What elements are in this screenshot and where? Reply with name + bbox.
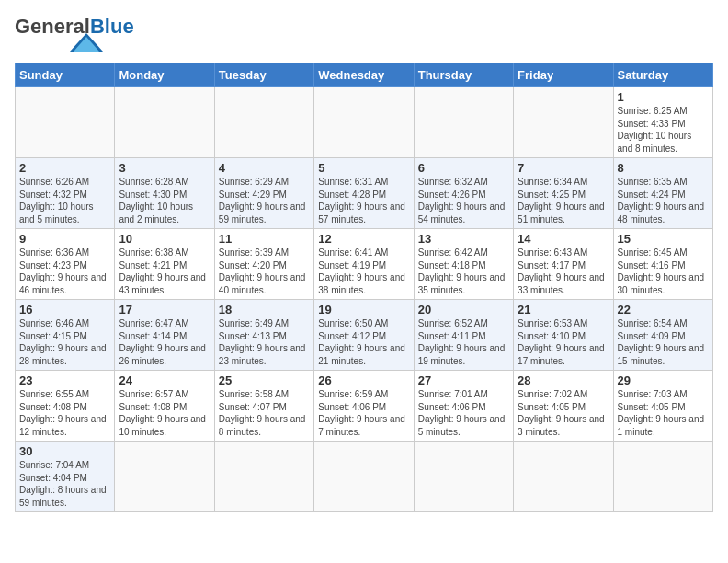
day-number: 3	[119, 161, 210, 175]
day-number: 7	[518, 161, 609, 175]
calendar-cell: 17Sunrise: 6:47 AM Sunset: 4:14 PM Dayli…	[115, 300, 214, 371]
day-info: Sunrise: 6:39 AM Sunset: 4:20 PM Dayligh…	[219, 247, 310, 296]
day-number: 14	[518, 232, 609, 246]
day-info: Sunrise: 6:32 AM Sunset: 4:26 PM Dayligh…	[418, 176, 509, 225]
calendar-cell: 1Sunrise: 6:25 AM Sunset: 4:33 PM Daylig…	[613, 87, 712, 158]
day-info: Sunrise: 6:42 AM Sunset: 4:18 PM Dayligh…	[418, 247, 509, 296]
day-info: Sunrise: 6:41 AM Sunset: 4:19 PM Dayligh…	[318, 247, 409, 296]
day-info: Sunrise: 6:50 AM Sunset: 4:12 PM Dayligh…	[318, 317, 409, 367]
calendar-cell: 19Sunrise: 6:50 AM Sunset: 4:12 PM Dayli…	[314, 300, 414, 371]
calendar-week-3: 16Sunrise: 6:46 AM Sunset: 4:15 PM Dayli…	[16, 300, 713, 371]
calendar-cell: 22Sunrise: 6:54 AM Sunset: 4:09 PM Dayli…	[613, 300, 712, 371]
calendar-cell: 10Sunrise: 6:38 AM Sunset: 4:21 PM Dayli…	[115, 229, 214, 300]
calendar-week-2: 9Sunrise: 6:36 AM Sunset: 4:23 PM Daylig…	[16, 229, 713, 300]
calendar-cell	[414, 442, 513, 512]
calendar-cell: 11Sunrise: 6:39 AM Sunset: 4:20 PM Dayli…	[214, 229, 313, 300]
day-number: 11	[219, 232, 310, 246]
day-info: Sunrise: 6:35 AM Sunset: 4:24 PM Dayligh…	[618, 176, 709, 225]
calendar-cell: 16Sunrise: 6:46 AM Sunset: 4:15 PM Dayli…	[16, 300, 115, 371]
calendar-cell: 12Sunrise: 6:41 AM Sunset: 4:19 PM Dayli…	[314, 229, 414, 300]
col-header-wednesday: Wednesday	[314, 63, 414, 87]
calendar-cell: 30Sunrise: 7:04 AM Sunset: 4:04 PM Dayli…	[16, 442, 115, 512]
calendar-cell: 20Sunrise: 6:52 AM Sunset: 4:11 PM Dayli…	[414, 300, 513, 371]
calendar-cell: 4Sunrise: 6:29 AM Sunset: 4:29 PM Daylig…	[214, 158, 313, 229]
day-number: 4	[219, 161, 310, 175]
day-info: Sunrise: 6:38 AM Sunset: 4:21 PM Dayligh…	[119, 247, 210, 296]
day-number: 26	[318, 373, 409, 387]
day-info: Sunrise: 6:25 AM Sunset: 4:33 PM Dayligh…	[618, 105, 709, 155]
day-info: Sunrise: 6:45 AM Sunset: 4:16 PM Dayligh…	[618, 247, 709, 296]
day-number: 6	[418, 161, 509, 175]
day-info: Sunrise: 6:59 AM Sunset: 4:06 PM Dayligh…	[318, 388, 409, 438]
day-number: 30	[19, 444, 110, 458]
calendar-cell	[314, 87, 414, 158]
day-info: Sunrise: 7:01 AM Sunset: 4:06 PM Dayligh…	[418, 388, 509, 438]
page: General Blue SundayMondayTuesdayWednesda…	[0, 0, 728, 527]
calendar-cell: 6Sunrise: 6:32 AM Sunset: 4:26 PM Daylig…	[414, 158, 513, 229]
calendar-cell	[613, 442, 712, 512]
day-number: 13	[418, 232, 509, 246]
calendar-cell: 28Sunrise: 7:02 AM Sunset: 4:05 PM Dayli…	[514, 371, 613, 442]
day-number: 21	[518, 303, 609, 316]
day-info: Sunrise: 6:58 AM Sunset: 4:07 PM Dayligh…	[219, 388, 310, 438]
day-info: Sunrise: 7:04 AM Sunset: 4:04 PM Dayligh…	[19, 459, 110, 509]
day-number: 27	[418, 373, 509, 387]
calendar-cell: 29Sunrise: 7:03 AM Sunset: 4:05 PM Dayli…	[613, 371, 712, 442]
calendar-week-5: 30Sunrise: 7:04 AM Sunset: 4:04 PM Dayli…	[16, 442, 713, 512]
day-number: 16	[19, 303, 110, 316]
calendar-cell	[514, 87, 613, 158]
col-header-thursday: Thursday	[414, 63, 513, 87]
calendar-cell: 2Sunrise: 6:26 AM Sunset: 4:32 PM Daylig…	[16, 158, 115, 229]
day-number: 19	[318, 303, 409, 316]
day-number: 8	[618, 161, 709, 175]
day-info: Sunrise: 6:46 AM Sunset: 4:15 PM Dayligh…	[19, 317, 110, 367]
calendar-cell: 14Sunrise: 6:43 AM Sunset: 4:17 PM Dayli…	[514, 229, 613, 300]
calendar-cell: 23Sunrise: 6:55 AM Sunset: 4:08 PM Dayli…	[16, 371, 115, 442]
day-info: Sunrise: 6:52 AM Sunset: 4:11 PM Dayligh…	[418, 317, 509, 367]
calendar-cell: 18Sunrise: 6:49 AM Sunset: 4:13 PM Dayli…	[214, 300, 313, 371]
day-info: Sunrise: 7:03 AM Sunset: 4:05 PM Dayligh…	[618, 388, 709, 438]
logo-icon	[70, 33, 103, 55]
day-info: Sunrise: 6:43 AM Sunset: 4:17 PM Dayligh…	[518, 247, 609, 296]
day-number: 18	[219, 303, 310, 316]
col-header-sunday: Sunday	[16, 63, 115, 87]
day-number: 28	[518, 373, 609, 387]
calendar-cell: 27Sunrise: 7:01 AM Sunset: 4:06 PM Dayli…	[414, 371, 513, 442]
calendar-cell	[115, 87, 214, 158]
day-number: 15	[618, 232, 709, 246]
day-info: Sunrise: 6:53 AM Sunset: 4:10 PM Dayligh…	[518, 317, 609, 367]
day-number: 17	[119, 303, 210, 316]
header: General Blue	[15, 15, 713, 55]
calendar-cell	[314, 442, 414, 512]
calendar-week-0: 1Sunrise: 6:25 AM Sunset: 4:33 PM Daylig…	[16, 87, 713, 158]
day-info: Sunrise: 7:02 AM Sunset: 4:05 PM Dayligh…	[518, 388, 609, 438]
calendar: SundayMondayTuesdayWednesdayThursdayFrid…	[15, 63, 713, 512]
calendar-cell	[115, 442, 214, 512]
calendar-cell: 3Sunrise: 6:28 AM Sunset: 4:30 PM Daylig…	[115, 158, 214, 229]
calendar-cell: 15Sunrise: 6:45 AM Sunset: 4:16 PM Dayli…	[613, 229, 712, 300]
day-number: 2	[19, 161, 110, 175]
day-info: Sunrise: 6:47 AM Sunset: 4:14 PM Dayligh…	[119, 317, 210, 367]
calendar-cell	[16, 87, 115, 158]
calendar-cell: 13Sunrise: 6:42 AM Sunset: 4:18 PM Dayli…	[414, 229, 513, 300]
calendar-cell	[214, 87, 313, 158]
col-header-saturday: Saturday	[613, 63, 712, 87]
day-info: Sunrise: 6:57 AM Sunset: 4:08 PM Dayligh…	[119, 388, 210, 438]
day-number: 9	[19, 232, 110, 246]
calendar-week-4: 23Sunrise: 6:55 AM Sunset: 4:08 PM Dayli…	[16, 371, 713, 442]
calendar-cell: 7Sunrise: 6:34 AM Sunset: 4:25 PM Daylig…	[514, 158, 613, 229]
day-number: 24	[119, 373, 210, 387]
day-number: 29	[618, 373, 709, 387]
col-header-tuesday: Tuesday	[214, 63, 313, 87]
calendar-cell: 8Sunrise: 6:35 AM Sunset: 4:24 PM Daylig…	[613, 158, 712, 229]
calendar-cell: 9Sunrise: 6:36 AM Sunset: 4:23 PM Daylig…	[16, 229, 115, 300]
day-info: Sunrise: 6:36 AM Sunset: 4:23 PM Dayligh…	[19, 247, 110, 296]
calendar-header-row: SundayMondayTuesdayWednesdayThursdayFrid…	[16, 63, 713, 87]
calendar-cell: 24Sunrise: 6:57 AM Sunset: 4:08 PM Dayli…	[115, 371, 214, 442]
calendar-cell	[214, 442, 313, 512]
day-number: 10	[119, 232, 210, 246]
day-info: Sunrise: 6:28 AM Sunset: 4:30 PM Dayligh…	[119, 176, 210, 225]
calendar-week-1: 2Sunrise: 6:26 AM Sunset: 4:32 PM Daylig…	[16, 158, 713, 229]
col-header-monday: Monday	[115, 63, 214, 87]
logo: General Blue	[15, 15, 134, 55]
